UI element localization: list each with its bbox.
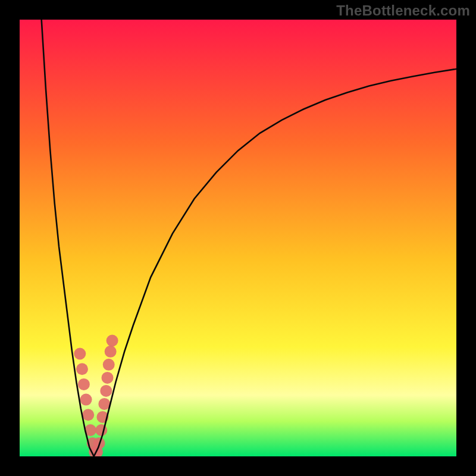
gradient-background <box>20 20 456 456</box>
plot-area <box>20 20 456 456</box>
highlight-dot <box>82 409 94 421</box>
highlight-dot <box>102 372 114 384</box>
highlight-dot <box>107 334 118 346</box>
watermark-text: TheBottleneck.com <box>336 2 470 19</box>
highlight-dot <box>80 394 92 406</box>
highlight-dot <box>105 346 117 358</box>
highlight-dot <box>76 363 88 375</box>
highlight-dot <box>78 378 90 390</box>
highlight-dot <box>100 385 112 397</box>
highlight-dot <box>74 348 86 360</box>
chart-frame: TheBottleneck.com <box>0 0 476 476</box>
highlight-dot <box>103 359 115 371</box>
bottleneck-curve-chart <box>20 20 456 456</box>
